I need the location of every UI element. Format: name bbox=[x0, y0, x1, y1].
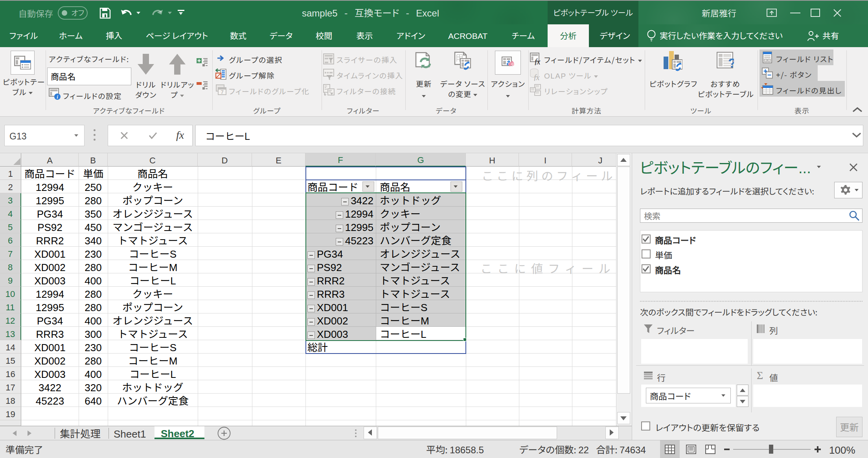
svg-text:fx: fx bbox=[534, 73, 540, 81]
svg-text:?: ? bbox=[728, 55, 734, 69]
svg-text:i: i bbox=[57, 94, 58, 100]
svg-text:fx: fx bbox=[535, 57, 541, 65]
svg-text:7: 7 bbox=[221, 88, 223, 95]
